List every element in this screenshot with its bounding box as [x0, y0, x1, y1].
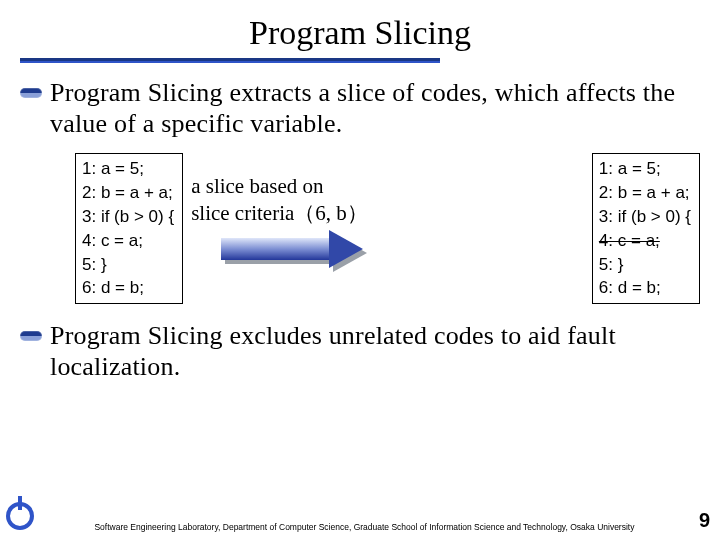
code-line: 1: a = 5; [599, 157, 691, 181]
code-after: 1: a = 5; 2: b = a + a; 3: if (b > 0) { … [592, 153, 700, 304]
code-line: 2: b = a + a; [82, 181, 174, 205]
slide-title: Program Slicing [0, 0, 720, 58]
code-line: 5: } [599, 253, 691, 277]
bullet-text: Program Slicing excludes unrelated codes… [50, 320, 700, 382]
code-line: 3: if (b > 0) { [599, 205, 691, 229]
bullet-text: Program Slicing extracts a slice of code… [50, 77, 700, 139]
bullet-1: Program Slicing extracts a slice of code… [20, 77, 700, 139]
lab-logo-icon [6, 502, 34, 530]
code-line-removed: 4: c = a; [599, 229, 691, 253]
code-line: 6: d = b; [599, 276, 691, 300]
diagram-middle: a slice based on slice criteria（6, b） [189, 153, 586, 268]
footer-affiliation: Software Engineering Laboratory, Departm… [34, 522, 695, 532]
code-line: 4: c = a; [82, 229, 174, 253]
code-line: 2: b = a + a; [599, 181, 691, 205]
footer: Software Engineering Laboratory, Departm… [0, 502, 720, 532]
code-line: 3: if (b > 0) { [82, 205, 174, 229]
code-line: 6: d = b; [82, 276, 174, 300]
slide-content: Program Slicing extracts a slice of code… [0, 77, 720, 383]
bullet-icon [20, 331, 42, 341]
slice-diagram: 1: a = 5; 2: b = a + a; 3: if (b > 0) { … [75, 153, 700, 304]
page-number: 9 [695, 509, 720, 532]
title-rule [20, 58, 440, 63]
arrow-icon [221, 230, 371, 268]
caption-line: a slice based on [191, 173, 586, 199]
bullet-icon [20, 88, 42, 98]
bullet-2: Program Slicing excludes unrelated codes… [20, 320, 700, 382]
caption-line: slice criteria（6, b） [191, 200, 586, 226]
code-before: 1: a = 5; 2: b = a + a; 3: if (b > 0) { … [75, 153, 183, 304]
code-line: 5: } [82, 253, 174, 277]
code-line: 1: a = 5; [82, 157, 174, 181]
